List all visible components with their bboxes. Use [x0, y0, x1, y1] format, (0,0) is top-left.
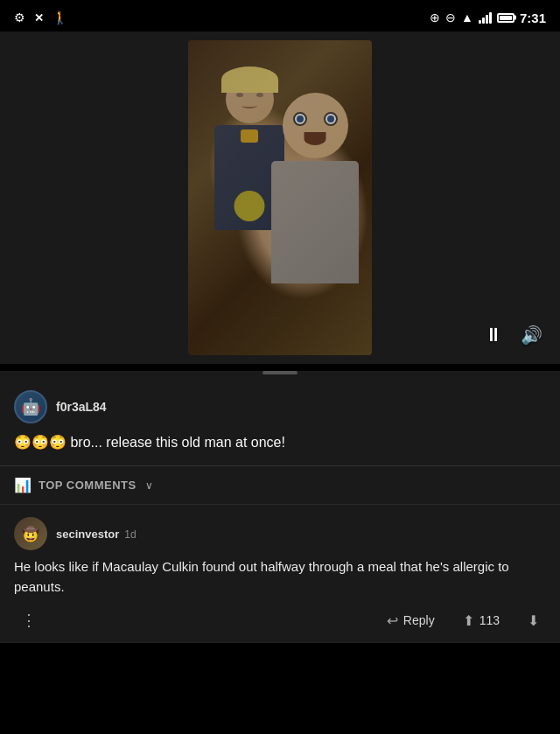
- reply-icon: ↩: [387, 612, 398, 629]
- comment-item: 🤠 secinvestor 1d He looks like if Macaul…: [0, 505, 560, 643]
- post-content: 😳😳😳 bro... release this old man at once!: [0, 429, 560, 466]
- reply-button[interactable]: ↩ Reply: [380, 609, 442, 633]
- comment-actions-right: ↩ Reply ⬆ 113 ⬇: [380, 609, 546, 633]
- post-author-avatar: 🤖: [14, 390, 47, 423]
- comment-text: He looks like if Macaulay Culkin found o…: [14, 557, 546, 597]
- person-right: [271, 93, 359, 294]
- comment-avatar: 🤠: [14, 517, 47, 550]
- chevron-down-icon[interactable]: ∨: [145, 479, 153, 492]
- downvote-icon: ⬇: [528, 612, 539, 629]
- status-bar: ⚙ ✕ 🚶 ⊕ ⊖ ▲ 7:31: [0, 0, 560, 31]
- alarm-icon: ✕: [34, 11, 44, 24]
- drag-handle[interactable]: [262, 371, 298, 374]
- battery-icon: [497, 13, 514, 23]
- settings-icon: ⚙: [14, 10, 25, 24]
- top-comments-label: TOP COMMENTS: [38, 479, 136, 492]
- video-controls[interactable]: ⏸ 🔊: [484, 324, 542, 346]
- comment-section: 🤖 f0r3aL84 😳😳😳 bro... release this old m…: [0, 371, 560, 643]
- accessibility-icon: 🚶: [52, 10, 67, 24]
- post-author-row: 🤖 f0r3aL84: [0, 381, 560, 429]
- reply-label: Reply: [403, 613, 435, 627]
- top-comments-bar[interactable]: 📊 TOP COMMENTS ∨: [0, 466, 560, 505]
- pause-button[interactable]: ⏸: [484, 324, 503, 346]
- add-circle-icon: ⊕: [430, 10, 440, 24]
- volume-button[interactable]: 🔊: [521, 325, 542, 346]
- more-options-button[interactable]: ⋮: [14, 607, 44, 633]
- like-down-button[interactable]: ⬇: [521, 609, 546, 633]
- minus-circle-icon: ⊖: [445, 10, 456, 24]
- status-left-icons: ⚙ ✕ 🚶: [14, 10, 67, 24]
- comment-actions: ⋮ ↩ Reply ⬆ 113 ⬇: [14, 605, 546, 633]
- video-thumbnail: [188, 40, 372, 355]
- status-right-icons: ⊕ ⊖ ▲ 7:31: [430, 10, 546, 25]
- like-count: 113: [480, 613, 500, 627]
- post-author-username: f0r3aL84: [56, 400, 107, 414]
- video-player[interactable]: ⏸ 🔊: [0, 31, 560, 364]
- like-up-button[interactable]: ⬆ 113: [456, 609, 507, 633]
- comment-header: 🤠 secinvestor 1d: [14, 517, 546, 550]
- wifi-icon: ▲: [461, 10, 473, 24]
- status-time: 7:31: [520, 10, 546, 25]
- comment-actions-left: ⋮: [14, 607, 44, 633]
- trending-icon: 📊: [14, 477, 32, 493]
- comment-meta: secinvestor 1d: [56, 528, 136, 541]
- comment-username: secinvestor: [56, 528, 119, 541]
- comment-time: 1d: [124, 528, 136, 541]
- signal-icon: [479, 11, 492, 24]
- upvote-icon: ⬆: [463, 612, 474, 629]
